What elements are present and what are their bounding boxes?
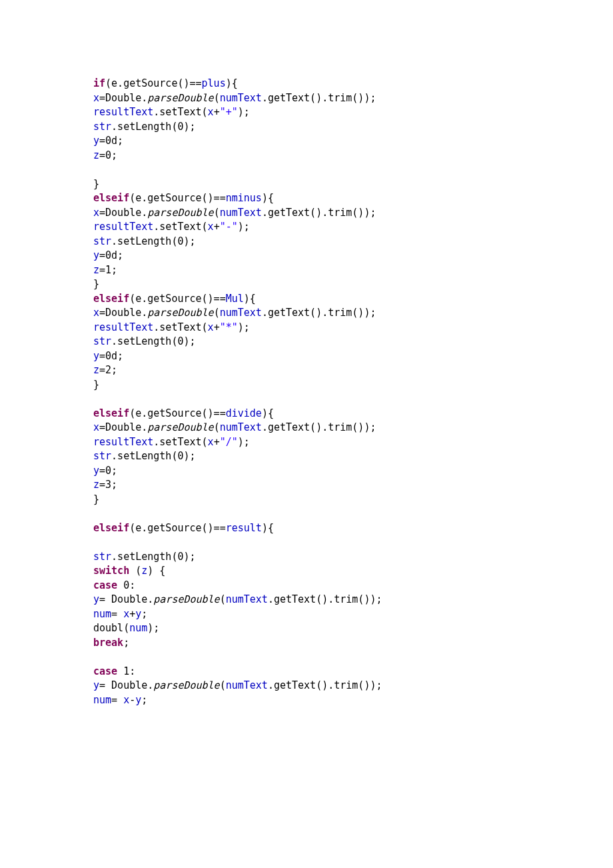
code-token: resultText [93,321,153,333]
code-token: } [93,493,99,505]
code-token: =0; [99,149,117,161]
code-token: ( [214,207,220,219]
code-token: x [123,694,129,706]
code-token: y [93,465,99,477]
code-token: .setLength(0); [111,450,195,462]
code-token: nminus [226,192,262,204]
code-token: ){ [226,77,238,89]
code-token: case [93,579,117,591]
code-token: z [93,149,99,161]
code-token: num [93,694,111,706]
code-token: ){ [262,192,274,204]
code-token: =0d; [99,350,123,362]
code-token: ){ [244,293,256,305]
code-token: y [93,679,99,691]
code-token: + [214,106,220,118]
code-token: =3; [99,479,117,491]
code-token: (e.getSource()== [129,407,226,419]
code-token: .setText( [153,221,207,233]
code-token: case [93,665,117,677]
code-page: if(e.getSource()==plus){ x=Double.parseD… [0,0,526,707]
code-token: } [93,379,99,391]
code-token: parseDouble [147,92,213,104]
code-token: } [93,278,99,290]
code-token: ; [141,608,147,620]
code-token: switch [93,565,129,577]
code-token: ( [214,307,220,319]
code-token: "-" [220,221,238,233]
code-token: num [93,608,111,620]
code-token: .setLength(0); [111,551,195,563]
code-token: =2; [99,364,117,376]
code-token: y [93,249,99,261]
code-token: ); [147,622,159,634]
code-token: plus [202,77,226,89]
code-token: - [129,694,135,706]
code-token: x [208,221,214,233]
code-token: ){ [262,407,274,419]
code-token: + [214,436,220,448]
code-token: .setLength(0); [111,335,195,347]
code-token: (e.getSource()== [129,192,226,204]
code-token: + [214,321,220,333]
code-token: doubl( [93,622,129,634]
code-token: z [141,565,147,577]
code-token: elseif [93,407,129,419]
code-token: parseDouble [153,679,219,691]
code-token: x [208,106,214,118]
code-token: .getText().trim()); [262,307,376,319]
code-token: result [226,522,262,534]
code-token: x [93,92,99,104]
code-token: str [93,335,111,347]
code-token: ( [214,92,220,104]
code-token: numText [226,593,268,605]
code-token: numText [226,679,268,691]
code-token: parseDouble [153,593,219,605]
code-token: num [129,622,147,634]
code-token: = [111,694,123,706]
code-token: numText [220,307,262,319]
code-token: parseDouble [147,307,213,319]
code-token: numText [220,207,262,219]
code-token: ( [220,679,226,691]
code-token: ); [238,321,250,333]
code-token: 0: [117,579,135,591]
code-token: + [129,608,135,620]
code-token: = Double. [99,593,153,605]
code-token: str [93,235,111,247]
code-token: =Double. [99,207,147,219]
code-token: ); [238,221,250,233]
code-token: =0d; [99,135,123,147]
code-token: .getText().trim()); [268,593,382,605]
code-token: ; [123,637,129,649]
code-token: x [208,321,214,333]
code-token: = [111,608,123,620]
code-token: break [93,637,123,649]
code-token: =0d; [99,249,123,261]
code-token: ); [238,106,250,118]
code-token: str [93,551,111,563]
code-token: =Double. [99,307,147,319]
code-token: z [93,264,99,276]
code-token: x [93,307,99,319]
code-token: y [93,135,99,147]
code-token: resultText [93,106,153,118]
code-token: str [93,121,111,133]
code-token: =Double. [99,92,147,104]
code-block: if(e.getSource()==plus){ x=Double.parseD… [93,77,526,707]
code-token: (e.getSource()== [129,522,226,534]
code-token: resultText [93,221,153,233]
code-token: ( [214,421,220,433]
code-token: numText [220,92,262,104]
code-token: + [214,221,220,233]
code-token: resultText [93,436,153,448]
code-token: =1; [99,264,117,276]
code-token: } [93,178,99,190]
code-token: = Double. [99,679,153,691]
code-token: .setLength(0); [111,121,195,133]
code-token: y [93,350,99,362]
code-token: x [93,207,99,219]
code-token: elseif [93,293,129,305]
code-token: elseif [93,522,129,534]
code-token: y [93,593,99,605]
